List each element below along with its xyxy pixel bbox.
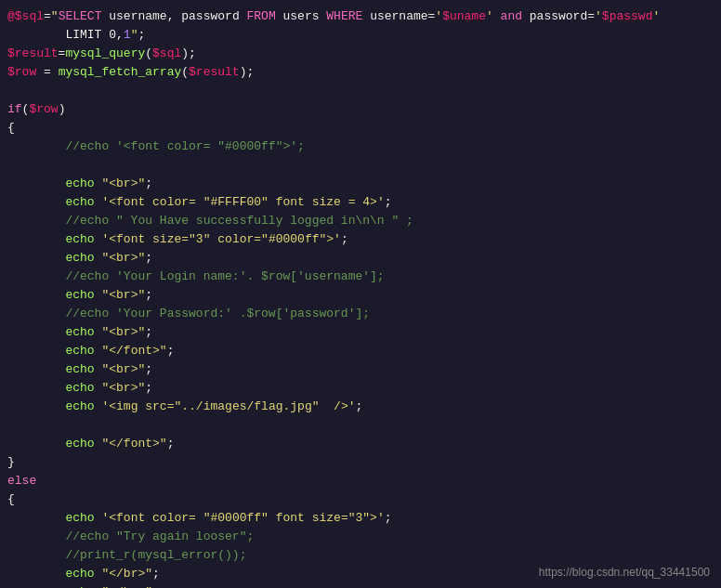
token: $passwd (602, 7, 653, 26)
token: LIMIT 0, (7, 26, 124, 45)
token: "<br>" (101, 175, 145, 193)
token: $result (7, 45, 59, 63)
token: ); (240, 63, 255, 82)
token: "</br>" (101, 565, 152, 583)
token: //echo 'Your Login name:'. $row['usernam… (7, 268, 385, 286)
token: FROM (246, 7, 275, 26)
token (7, 286, 65, 305)
token (95, 565, 102, 583)
token: ; (145, 360, 152, 379)
token: @$sql (7, 7, 44, 26)
token (95, 360, 102, 379)
token (493, 7, 501, 26)
token: = (36, 63, 58, 82)
code-line-23 (0, 416, 721, 435)
token: ; (145, 249, 152, 268)
code-line-13: echo '<font size="3" color="#0000ff">'; (0, 230, 721, 249)
code-line-3: $result=mysql_query($sql); (0, 45, 721, 63)
code-line-29: //echo "Try again looser"; (0, 528, 721, 546)
token: echo (65, 342, 94, 360)
token: echo (65, 249, 94, 268)
token: ) (59, 100, 66, 119)
token (95, 193, 102, 212)
token (7, 230, 65, 249)
token: ; (138, 26, 145, 45)
token: //echo "Try again looser"; (7, 528, 254, 546)
token (95, 398, 102, 416)
token (95, 509, 102, 528)
token (7, 193, 65, 212)
token: '<font size="3" color="#0000ff">' (101, 230, 340, 249)
code-line-4: $row = mysql_fetch_array($result); (0, 63, 721, 82)
token: { (7, 490, 15, 509)
code-line-24: echo "</font>"; (0, 435, 721, 453)
token: ; (145, 175, 152, 193)
code-line-6: if($row) (0, 100, 721, 119)
token (95, 286, 102, 305)
token: echo (65, 435, 94, 453)
code-line-1: @$sql="SELECT username, password FROM us… (0, 7, 721, 26)
code-line-21: echo "<br>"; (0, 379, 721, 398)
code-line-2: LIMIT 0,1"; (0, 26, 721, 45)
token (95, 175, 102, 193)
token (95, 583, 102, 588)
token: $sql (152, 45, 181, 63)
token: WHERE (326, 7, 362, 26)
token: '<img src="../images/flag.jpg" />' (101, 398, 355, 416)
code-line-5 (0, 82, 721, 100)
token: ; (167, 342, 175, 360)
code-line-18: echo "<br>"; (0, 323, 721, 342)
token: ; (145, 323, 152, 342)
token: //echo '<font color= "#0000ff">'; (7, 137, 305, 156)
token: username, password (101, 7, 246, 26)
token: " (51, 7, 59, 26)
code-line-14: echo "<br>"; (0, 249, 721, 268)
code-line-17: //echo 'Your Password:' .$row['password'… (0, 305, 721, 323)
token: "<br>" (101, 249, 145, 268)
token (95, 435, 102, 453)
token (7, 435, 65, 453)
token (7, 565, 65, 583)
code-line-7: { (0, 119, 721, 137)
token: echo (65, 323, 94, 342)
token: "<br>" (101, 379, 145, 398)
token: '<font color= "#0000ff" font size="3">' (101, 509, 384, 528)
token: "</font>" (101, 342, 166, 360)
code-line-28: echo '<font color= "#0000ff" font size="… (0, 509, 721, 528)
token: ' (435, 7, 442, 26)
token: echo (65, 398, 94, 416)
token: "</br>" (101, 583, 152, 588)
code-line-25: } (0, 453, 721, 472)
token (7, 342, 65, 360)
token: 1 (124, 26, 131, 45)
code-line-22: echo '<img src="../images/flag.jpg" />'; (0, 398, 721, 416)
token: = (44, 7, 51, 26)
token: ( (22, 100, 30, 119)
token: "</font>" (101, 435, 166, 453)
token: $result (189, 63, 240, 82)
token (7, 583, 65, 588)
code-line-15: //echo 'Your Login name:'. $row['usernam… (0, 268, 721, 286)
token: "<br>" (101, 286, 145, 305)
code-line-20: echo "<br>"; (0, 360, 721, 379)
token: echo (65, 583, 94, 588)
token: $row (29, 100, 58, 119)
token: ; (385, 193, 392, 212)
code-line-8: //echo '<font color= "#0000ff">'; (0, 137, 721, 156)
token: { (7, 119, 15, 137)
token (7, 360, 65, 379)
token: if (7, 100, 22, 119)
token: //echo 'Your Password:' .$row['password'… (7, 305, 370, 323)
token: echo (65, 286, 94, 305)
token: ; (145, 286, 152, 305)
token: $row (7, 63, 36, 82)
token: ; (356, 398, 363, 416)
token: ; (152, 565, 160, 583)
token (7, 509, 65, 528)
token: users (276, 7, 327, 26)
token: echo (65, 509, 94, 528)
code-line-27: { (0, 490, 721, 509)
code-line-19: echo "</font>"; (0, 342, 721, 360)
token: ' (486, 7, 493, 26)
code-line-11: echo '<font color= "#FFFF00" font size =… (0, 193, 721, 212)
